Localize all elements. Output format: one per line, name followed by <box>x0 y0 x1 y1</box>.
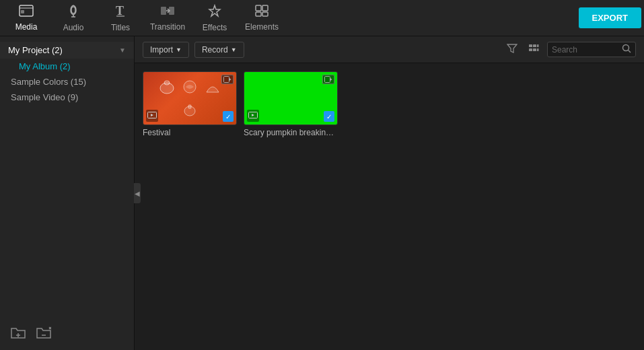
video-corner-icon <box>221 75 234 84</box>
svg-point-4 <box>71 7 75 13</box>
sidebar-project-label: My Project (2) <box>8 45 63 55</box>
sidebar-item-sample-video[interactable]: Sample Video (9) <box>0 90 134 105</box>
export-button[interactable]: EXPORT <box>579 7 641 28</box>
record-chevron-icon: ▼ <box>231 46 237 53</box>
toolbar-elements-label: Elements <box>245 22 279 32</box>
import-chevron-icon: ▼ <box>176 46 182 53</box>
import-button[interactable]: Import ▼ <box>143 42 189 58</box>
toolbar-media-label: Media <box>15 22 38 32</box>
content-area: Import ▼ Record ▼ <box>135 36 644 350</box>
toolbar-effects-label: Effects <box>203 23 227 32</box>
media-grid: ✓ Festival <box>135 63 644 350</box>
svg-rect-9 <box>256 5 261 11</box>
pumpkin-check: ✓ <box>324 111 334 122</box>
sidebar-item-my-album[interactable]: My Album (2) <box>0 59 134 74</box>
toolbar-titles[interactable]: T Titles <box>97 0 144 36</box>
toolbar-audio[interactable]: Audio <box>50 0 97 36</box>
sidebar: My Project (2) ▼ My Album (2) Sample Col… <box>0 36 135 350</box>
media-item-festival[interactable]: ✓ Festival <box>143 71 237 137</box>
svg-rect-7 <box>161 7 166 15</box>
record-label: Record <box>202 45 228 55</box>
main-layout: My Project (2) ▼ My Album (2) Sample Col… <box>0 36 644 350</box>
svg-rect-1 <box>21 10 24 13</box>
filter-icon[interactable] <box>504 41 520 59</box>
add-folder-icon[interactable] <box>11 326 26 343</box>
remove-folder-icon[interactable] <box>36 326 51 343</box>
svg-rect-30 <box>188 105 191 108</box>
svg-rect-23 <box>537 48 539 51</box>
grid-view-icon[interactable] <box>526 41 542 59</box>
svg-rect-20 <box>537 44 539 47</box>
svg-rect-22 <box>533 48 536 51</box>
svg-rect-19 <box>533 44 536 47</box>
transition-icon <box>160 5 175 20</box>
effects-icon <box>208 4 221 21</box>
sidebar-colors-label: Sample Colors (15) <box>11 77 86 87</box>
media-type-icon-festival <box>146 110 158 122</box>
elements-icon <box>255 5 269 20</box>
toolbar-effects[interactable]: Effects <box>191 0 238 36</box>
festival-check: ✓ <box>223 111 234 122</box>
media-item-scary-pumpkin[interactable]: ✓ Scary pumpkin breaking s... <box>244 71 338 137</box>
svg-rect-31 <box>224 77 229 83</box>
sidebar-item-sample-colors[interactable]: Sample Colors (15) <box>0 74 134 90</box>
toolbar-transition-label: Transition <box>150 22 185 32</box>
chevron-down-icon: ▼ <box>119 46 126 54</box>
svg-rect-33 <box>325 77 330 83</box>
toolbar-transition[interactable]: Transition <box>144 0 191 36</box>
toolbar-audio-label: Audio <box>63 23 84 32</box>
top-toolbar: Media Audio T Titles <box>0 0 644 36</box>
import-label: Import <box>150 45 173 55</box>
svg-rect-12 <box>262 12 268 16</box>
scary-pumpkin-label: Scary pumpkin breaking s... <box>244 128 338 137</box>
search-box <box>547 42 636 57</box>
toolbar-titles-label: Titles <box>111 23 130 32</box>
sidebar-item-my-project[interactable]: My Project (2) ▼ <box>0 42 134 59</box>
titles-icon: T <box>114 4 127 21</box>
audio-icon <box>67 4 79 21</box>
sidebar-album-label: My Album (2) <box>19 61 71 71</box>
svg-point-27 <box>164 81 170 85</box>
svg-text:T: T <box>116 4 124 18</box>
search-input[interactable] <box>552 45 619 55</box>
media-thumb-scary-pumpkin: ✓ <box>244 71 338 125</box>
svg-rect-10 <box>262 5 268 11</box>
sidebar-collapse-handle[interactable]: ◀ <box>134 183 141 203</box>
festival-label: Festival <box>143 128 237 137</box>
media-type-icon-pumpkin <box>247 110 259 122</box>
media-icon <box>19 5 34 20</box>
record-button[interactable]: Record ▼ <box>194 42 244 58</box>
sidebar-video-label: Sample Video (9) <box>11 92 78 102</box>
svg-line-25 <box>629 50 631 53</box>
media-thumb-festival: ✓ <box>143 71 237 125</box>
svg-rect-21 <box>529 48 532 51</box>
sidebar-footer <box>0 326 134 343</box>
video-corner-icon-2 <box>322 75 334 84</box>
toolbar-elements[interactable]: Elements <box>238 0 285 36</box>
svg-rect-11 <box>256 12 261 16</box>
content-toolbar: Import ▼ Record ▼ <box>135 36 644 63</box>
search-icon[interactable] <box>622 44 631 55</box>
svg-point-24 <box>623 45 629 51</box>
toolbar-media[interactable]: Media <box>3 0 50 36</box>
svg-rect-18 <box>529 44 532 47</box>
